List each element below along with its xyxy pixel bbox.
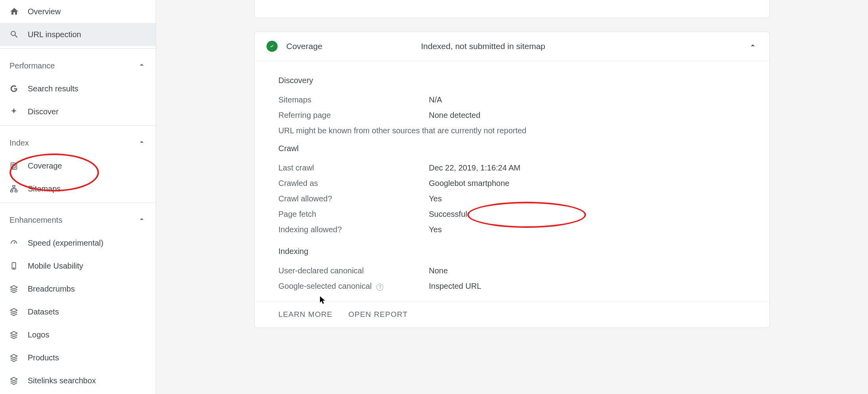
value-user-canonical: None: [429, 266, 448, 275]
value-referring-page: None detected: [429, 111, 480, 120]
svg-rect-0: [11, 163, 15, 168]
sidebar-item-url-inspection[interactable]: URL inspection: [0, 23, 156, 46]
main-content: Coverage Indexed, not submitted in sitem…: [156, 0, 868, 394]
layers-icon: [10, 376, 28, 385]
open-report-button[interactable]: OPEN REPORT: [348, 310, 408, 319]
sidebar-item-datasets[interactable]: Datasets: [0, 300, 156, 323]
svg-rect-3: [11, 190, 13, 192]
label-last-crawl: Last crawl: [278, 163, 429, 172]
chevron-up-icon: [137, 61, 146, 71]
discovery-note: URL might be known from other sources th…: [278, 126, 746, 135]
row-user-canonical: User-declared canonical None: [278, 263, 746, 278]
chevron-up-icon: [137, 138, 146, 148]
learn-more-button[interactable]: LEARN MORE: [278, 310, 333, 319]
row-indexing-allowed: Indexing allowed? Yes: [278, 222, 746, 237]
sitemaps-icon: [10, 184, 28, 193]
label-google-canonical: Google-selected canonical ?: [278, 282, 429, 291]
chevron-up-icon: [137, 215, 146, 225]
sidebar-item-overview[interactable]: Overview: [0, 0, 156, 23]
sidebar: Overview URL inspection Performance Sear…: [0, 0, 156, 394]
value-page-fetch: Successful: [429, 210, 467, 219]
sidebar-item-label: Mobile Usability: [28, 261, 83, 271]
sidebar-section-performance[interactable]: Performance: [0, 54, 156, 77]
label-sitemaps: Sitemaps: [278, 95, 429, 104]
discover-icon: [10, 107, 28, 116]
coverage-card-header[interactable]: Coverage Indexed, not submitted in sitem…: [255, 32, 769, 61]
label-crawled-as: Crawled as: [278, 179, 429, 188]
home-icon: [10, 7, 28, 16]
sidebar-item-label: Overview: [28, 7, 61, 16]
coverage-icon: [10, 161, 28, 170]
check-circle-icon: [266, 41, 278, 52]
sidebar-item-products[interactable]: Products: [0, 346, 156, 369]
label-crawl-allowed: Crawl allowed?: [278, 194, 429, 203]
sidebar-item-sitelinks-searchbox[interactable]: Sitelinks searchbox: [0, 369, 156, 392]
sidebar-item-label: Breadcrumbs: [28, 284, 75, 294]
layers-icon: [10, 330, 28, 339]
google-icon: [10, 84, 28, 93]
value-google-canonical: Inspected URL: [429, 282, 481, 291]
label-page-fetch: Page fetch: [278, 210, 429, 219]
layers-icon: [10, 307, 28, 316]
sidebar-section-label: Index: [10, 138, 29, 148]
layers-icon: [10, 284, 28, 293]
sidebar-item-label: Speed (experimental): [28, 239, 103, 248]
label-indexing-allowed: Indexing allowed?: [278, 225, 429, 234]
svg-rect-1: [12, 164, 17, 169]
label-referring-page: Referring page: [278, 111, 429, 120]
row-crawl-allowed: Crawl allowed? Yes: [278, 191, 746, 206]
sidebar-section-index[interactable]: Index: [0, 131, 156, 154]
svg-rect-4: [15, 190, 17, 192]
sidebar-item-label: URL inspection: [28, 30, 81, 39]
value-crawled-as: Googlebot smartphone: [429, 179, 509, 188]
top-card-stub: [254, 0, 770, 18]
svg-rect-2: [13, 186, 15, 188]
speed-icon: [10, 239, 28, 247]
value-crawl-allowed: Yes: [429, 194, 442, 203]
row-sitemaps: Sitemaps N/A: [278, 92, 746, 108]
sidebar-item-speed[interactable]: Speed (experimental): [0, 231, 156, 254]
value-indexing-allowed: Yes: [429, 225, 442, 234]
sidebar-item-label: Sitelinks searchbox: [28, 376, 96, 385]
coverage-card-status: Indexed, not submitted in sitemap: [421, 42, 748, 51]
search-icon: [10, 30, 28, 39]
indexing-heading: Indexing: [278, 247, 746, 256]
chevron-up-icon: [748, 41, 758, 52]
sidebar-item-label: Datasets: [28, 307, 59, 316]
value-last-crawl: Dec 22, 2019, 1:16:24 AM: [429, 163, 520, 172]
coverage-card-actions: LEARN MORE OPEN REPORT: [255, 301, 769, 328]
sidebar-section-label: Enhancements: [10, 216, 62, 225]
sidebar-item-label: Discover: [28, 107, 59, 116]
mobile-icon: [10, 261, 28, 270]
row-crawled-as: Crawled as Googlebot smartphone: [278, 176, 746, 191]
sidebar-section-label: Performance: [10, 61, 55, 70]
sidebar-item-logos[interactable]: Logos: [0, 323, 156, 346]
sidebar-item-coverage[interactable]: Coverage: [0, 154, 156, 177]
sidebar-item-breadcrumbs[interactable]: Breadcrumbs: [0, 277, 156, 300]
row-page-fetch: Page fetch Successful: [278, 206, 746, 222]
svg-point-6: [13, 268, 14, 269]
coverage-card-body: Discovery Sitemaps N/A Referring page No…: [255, 61, 769, 301]
sidebar-item-label: Search results: [28, 84, 78, 93]
coverage-card-title: Coverage: [286, 42, 421, 51]
sidebar-section-enhancements[interactable]: Enhancements: [0, 208, 156, 231]
layers-icon: [10, 353, 28, 362]
sidebar-item-label: Sitemaps: [28, 184, 61, 193]
value-sitemaps: N/A: [429, 95, 442, 104]
coverage-card: Coverage Indexed, not submitted in sitem…: [254, 32, 770, 328]
discovery-heading: Discovery: [278, 76, 746, 85]
sidebar-item-search-results[interactable]: Search results: [0, 77, 156, 100]
row-google-canonical: Google-selected canonical ? Inspected UR…: [278, 278, 746, 294]
sidebar-item-label: Products: [28, 353, 59, 362]
label-user-canonical: User-declared canonical: [278, 266, 429, 275]
crawl-heading: Crawl: [278, 144, 746, 153]
sidebar-item-mobile-usability[interactable]: Mobile Usability: [0, 254, 156, 277]
row-referring-page: Referring page None detected: [278, 108, 746, 123]
row-last-crawl: Last crawl Dec 22, 2019, 1:16:24 AM: [278, 160, 746, 176]
sidebar-item-discover[interactable]: Discover: [0, 100, 156, 123]
sidebar-item-sitemaps[interactable]: Sitemaps: [0, 177, 156, 200]
sidebar-item-label: Coverage: [28, 161, 62, 170]
help-icon[interactable]: ?: [376, 284, 383, 291]
sidebar-item-label: Logos: [28, 330, 49, 339]
